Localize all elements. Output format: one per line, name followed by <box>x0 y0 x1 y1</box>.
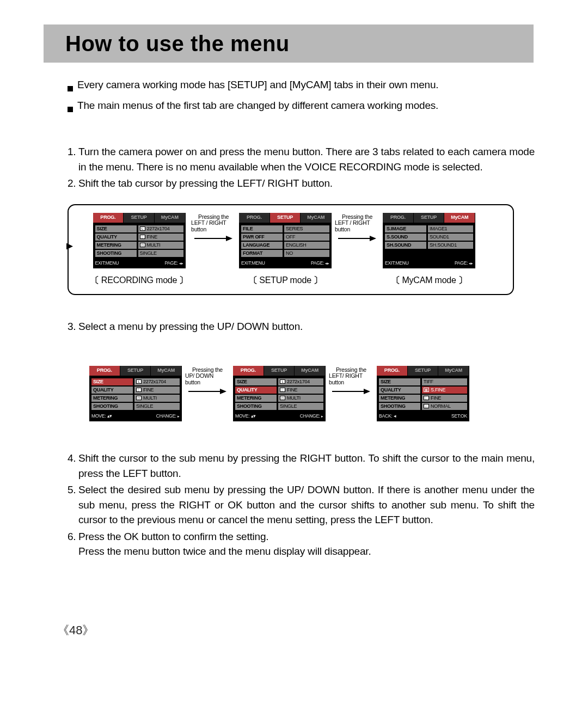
value-icon: L <box>136 379 142 384</box>
square-bullet-icon <box>68 98 77 117</box>
step-number: 2. <box>68 176 78 191</box>
caption-text: RECORDING mode <box>101 274 177 286</box>
lcd-tab-setup: SETUP <box>414 213 445 223</box>
lcd-tab-setup: SETUP <box>270 213 301 223</box>
lcd-menu-row: FILE SERIES <box>241 225 329 232</box>
lcd-caption: 〔 RECORDING mode 〕 <box>90 274 188 286</box>
lcd-row-value: L2272x1704 <box>134 378 180 385</box>
step-item: 6. Press the OK button to confirm the se… <box>68 529 535 559</box>
lcd-row-label: S.SOUND <box>385 234 426 241</box>
lcd-row-label: METERING <box>95 242 137 249</box>
lcd-menu-row: SHOOTING ∴NORMAL <box>379 403 467 410</box>
lcd-footer: MOVE: ▴▾CHANGE: ▸ <box>233 412 326 421</box>
bracket-left-icon: 〔 <box>391 274 400 286</box>
lcd-row-label: QUALITY <box>379 387 420 394</box>
lcd-menu-row: SIZE L2272x1704 <box>91 378 180 385</box>
lcd-row-label: QUALITY <box>235 387 277 394</box>
lcd-menu-row: METERING ⋮⋮⋮FINE <box>379 395 467 402</box>
lcd-row-label: SIZE <box>235 378 277 385</box>
lcd-row-value: L2272x1704 <box>138 225 183 232</box>
lcd-screen-step-b: PROG.SETUPMyCAM SIZE L2272x1704 QUALITY … <box>233 366 326 421</box>
lcd-row-value: ⋮⋮⋮FINE <box>138 234 183 241</box>
lcd-screen-mycam: PROG.SETUPMyCAM S.IMAGE IMAGE1 S.SOUND S… <box>383 213 475 268</box>
value-icon: ⋮⋮⋮ <box>136 388 142 392</box>
lcd-menu-row: FORMAT NO <box>241 250 329 257</box>
svg-marker-4 <box>370 236 376 241</box>
page-header-bar: How to use the menu <box>44 24 534 63</box>
lcd-footer: EXIT:MENUPAGE: ◂▸ <box>93 259 186 268</box>
lcd-tab-setup: SETUP <box>124 213 155 223</box>
arrow-right-icon <box>194 236 232 241</box>
value-icon: ⋮⋮⋮ <box>280 388 285 392</box>
lcd-menu-row: S.IMAGE IMAGE1 <box>385 225 473 232</box>
value-icon: L <box>280 379 285 384</box>
page-title: How to use the menu <box>65 32 290 56</box>
bullet-text: The main menus of the first tab are chan… <box>77 98 438 117</box>
lcd-menu-row: SH.SOUND SH.SOUND1 <box>385 242 473 249</box>
lcd-row-label: SH.SOUND <box>385 242 426 249</box>
step-item: 5. Select the desired sub menu by pressi… <box>68 482 535 528</box>
value-icon: ▦ <box>424 388 429 392</box>
lcd-tab-prog: PROG. <box>239 213 270 223</box>
lcd-tab-prog: PROG. <box>233 366 264 376</box>
lcd-menu-row: QUALITY ⋮⋮⋮FINE <box>95 234 183 241</box>
arrow-label: Pressing the LEFT / RIGHT button <box>335 213 379 242</box>
step-number: 3. <box>68 319 78 334</box>
value-icon: ⋮⋮⋮ <box>140 235 145 239</box>
step-item: 4. Shift the cursor to the sub menu by p… <box>68 451 535 481</box>
lcd-menu-row: METERING ▭MULTI <box>95 242 183 249</box>
lcd-row-label: METERING <box>91 395 133 402</box>
lcd-row-value: SH.SOUND1 <box>428 242 473 249</box>
lcd-tab-prog: PROG. <box>89 366 120 376</box>
angle-right-icon: 》 <box>82 623 94 637</box>
step-text: Select the desired sub menu by pressing … <box>78 482 535 528</box>
lcd-row-value: ▭MULTI <box>278 395 323 402</box>
step-text: Shift the cursor to the sub menu by pres… <box>78 451 535 481</box>
lcd-menu-row: SHOOTING SINGLE <box>235 403 323 410</box>
lcd-tab-mycam: MyCAM <box>438 366 469 376</box>
lcd-menu-row: METERING ▭MULTI <box>91 395 180 402</box>
lcd-menu-row: LANGUAGE ENGLISH <box>241 242 329 249</box>
lcd-row-label: S.IMAGE <box>385 225 426 232</box>
lcd-screen-step-c: PROG.SETUPMyCAM SIZE TIFF QUALITY ▦S.FIN… <box>377 366 469 421</box>
lcd-row-label: SIZE <box>95 225 137 232</box>
lcd-tab-prog: PROG. <box>93 213 124 223</box>
lcd-row-label: SHOOTING <box>379 403 420 410</box>
angle-left-icon: 《 <box>57 623 69 637</box>
lcd-row-value: ▭MULTI <box>138 242 183 249</box>
value-icon: L <box>140 226 145 231</box>
lcd-menu-row: METERING ▭MULTI <box>235 395 323 402</box>
numbered-steps: 1. Turn the camera power on and press th… <box>68 144 535 191</box>
square-bullet-icon <box>68 77 77 96</box>
lcd-tab-setup: SETUP <box>264 366 295 376</box>
step-item: 1. Turn the camera power on and press th… <box>68 144 535 174</box>
lcd-tab-mycam: MyCAM <box>155 213 186 223</box>
manual-page: How to use the menu Every camera working… <box>0 0 588 705</box>
lcd-footer: BACK: ◂SET:OK <box>377 412 469 421</box>
svg-marker-6 <box>220 389 226 394</box>
lcd-menu-row: S.SOUND SOUND1 <box>385 234 473 241</box>
step-number: 4. <box>68 451 78 481</box>
arrow-label: Pressing the UP/ DOWN button <box>185 366 230 395</box>
lcd-footer: EXIT:MENUPAGE: ◂▸ <box>239 259 332 268</box>
lcd-footer: MOVE: ▴▾CHANGE: ▸ <box>89 412 182 421</box>
lcd-row-value: SINGLE <box>278 403 323 410</box>
lcd-row-value: ⋮⋮⋮FINE <box>422 395 467 402</box>
value-icon: ∴ <box>424 404 429 408</box>
lcd-caption: 〔 SETUP mode 〕 <box>249 274 322 286</box>
lcd-row-value: SINGLE <box>134 403 180 410</box>
lcd-row-label: METERING <box>379 395 420 402</box>
value-icon: ▭ <box>136 396 142 400</box>
lcd-row-value: SERIES <box>284 225 329 232</box>
bracket-left-icon: 〔 <box>249 274 258 286</box>
step-text: Press the OK button to confirm the setti… <box>78 529 535 559</box>
lcd-row-label: METERING <box>235 395 277 402</box>
svg-marker-0 <box>66 243 73 249</box>
lcd-row-value: ▭MULTI <box>134 395 180 402</box>
caption-text: MyCAM mode <box>402 274 456 286</box>
square-bullet-list: Every camera working mode has [SETUP] an… <box>68 77 535 116</box>
lcd-row-value: ▦S.FINE <box>422 387 467 394</box>
lcd-row-value: OFF <box>284 234 329 241</box>
figure-menu-select: PROG.SETUPMyCAM SIZE L2272x1704 QUALITY … <box>68 358 514 427</box>
value-icon: ▭ <box>280 396 285 400</box>
